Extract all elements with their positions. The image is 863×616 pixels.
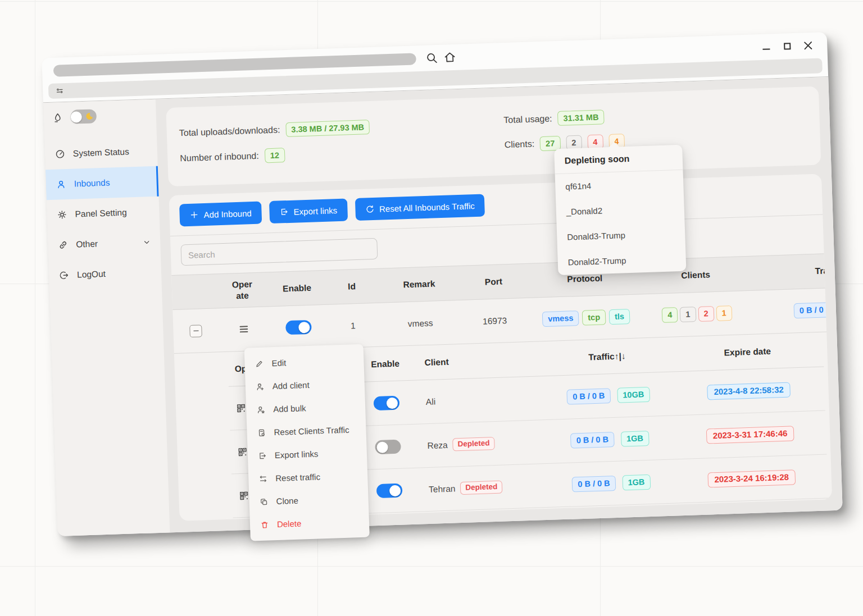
sidebar: System Status Inbounds Panel Setting <box>43 99 170 536</box>
search-input[interactable] <box>180 238 378 266</box>
sidebar-item-label: System Status <box>73 147 129 158</box>
maximize-icon[interactable] <box>782 41 792 51</box>
search-icon[interactable] <box>425 51 439 65</box>
col-expire-date: Expire date <box>671 344 823 359</box>
total-usage-label: Total usage: <box>503 113 552 125</box>
protocol-tag: tls <box>609 309 630 324</box>
sidebar-item-label: Other <box>76 239 98 249</box>
minimize-icon[interactable] <box>761 42 771 52</box>
depleting-client[interactable]: _Donald2 <box>556 195 684 225</box>
inbound-enable-toggle[interactable] <box>285 320 312 335</box>
theme-row <box>43 107 156 125</box>
moon-icon <box>84 111 94 123</box>
client-expire-tag: 2023-4-8 22:58:32 <box>707 382 791 400</box>
qr-code-icon[interactable] <box>239 490 249 501</box>
col-enable: Enable <box>267 282 327 294</box>
sidebar-item-label: Inbounds <box>74 178 110 189</box>
depleted-badge: Depleted <box>460 481 503 495</box>
close-icon[interactable] <box>803 40 813 51</box>
export-icon <box>258 451 267 460</box>
client-enable-toggle[interactable] <box>376 483 403 499</box>
swap-icon <box>258 474 268 483</box>
depleting-client[interactable]: Donald3-Trump <box>557 221 685 250</box>
menu-item-export-links[interactable]: Export links <box>247 441 367 468</box>
qr-code-icon[interactable] <box>237 446 248 457</box>
depleted-badge: Depleted <box>452 437 495 451</box>
inbound-port: 16973 <box>462 315 528 327</box>
clients-count-tag[interactable]: 4 <box>662 308 678 323</box>
sidebar-item-label: Panel Setting <box>75 208 127 220</box>
file-reset-icon <box>257 428 266 437</box>
reset-all-inbounds-button[interactable]: Reset All Inbounds Traffic <box>355 194 485 221</box>
client-total-tag: 1GB <box>621 431 649 446</box>
sidebar-item-other[interactable]: Other <box>47 227 161 261</box>
copy-icon <box>259 497 269 507</box>
protocol-tag: vmess <box>542 311 579 326</box>
export-icon <box>279 207 289 217</box>
depleting-client[interactable]: qf61n4 <box>555 170 684 200</box>
user-star-icon <box>256 405 266 414</box>
client-name: Ali <box>426 396 436 407</box>
menu-item-reset-clients-traffic[interactable]: Reset Clients Traffic <box>247 418 366 445</box>
logout-icon <box>59 270 70 281</box>
col-client: Client <box>419 354 542 368</box>
sidebar-item-panel-setting[interactable]: Panel Setting <box>47 197 160 231</box>
user-plus-icon <box>256 382 265 391</box>
client-enable-toggle[interactable] <box>375 440 401 455</box>
menu-item-clone[interactable]: Clone <box>249 487 369 514</box>
qr-code-icon[interactable] <box>236 403 247 413</box>
col-port: Port <box>461 276 526 288</box>
user-icon <box>56 179 66 190</box>
number-of-inbound-label: Number of inbound: <box>180 151 259 164</box>
dark-mode-toggle[interactable] <box>70 109 97 124</box>
client-total-tag: 10GB <box>617 387 650 403</box>
pencil-icon <box>255 359 264 368</box>
client-traffic-tag: 0 B / 0 B <box>570 432 614 448</box>
trash-icon <box>260 520 270 530</box>
operate-menu-icon[interactable] <box>238 323 250 335</box>
sidebar-item-system-status[interactable]: System Status <box>44 136 158 170</box>
link-icon <box>58 240 69 250</box>
window-controls <box>761 40 813 52</box>
app-content: System Status Inbounds Panel Setting <box>43 77 843 536</box>
client-expire-tag: 2023-3-31 17:46:46 <box>706 426 794 444</box>
client-expire-tag: 2023-3-24 16:19:28 <box>707 469 796 487</box>
client-traffic-tag: 0 B / 0 B <box>572 476 616 492</box>
total-uploads-downloads-label: Total uploads/downloads: <box>179 125 280 138</box>
stats-card: Total uploads/downloads: 3.38 MB / 27.93… <box>166 86 821 186</box>
add-inbound-button[interactable]: Add Inbound <box>179 202 262 227</box>
total-usage-value: 31.31 MB <box>557 109 605 126</box>
depleting-soon-popover: Depleting soon qf61n4 _Donald2 Donald3-T… <box>554 145 686 275</box>
app-window: System Status Inbounds Panel Setting <box>42 32 842 536</box>
sliders-icon[interactable] <box>55 86 65 96</box>
col-remark: Remark <box>377 278 462 291</box>
toggle-knob <box>70 111 82 123</box>
protocol-tag: tcp <box>582 310 606 325</box>
inbound-traffic-tag: 0 B / 0 B <box>793 302 832 318</box>
menu-item-edit[interactable]: Edit <box>244 349 364 376</box>
client-enable-toggle[interactable] <box>374 396 400 411</box>
theme-droplet-icon <box>52 112 63 123</box>
inbound-id: 1 <box>328 320 379 331</box>
plus-icon <box>189 210 199 220</box>
menu-item-add-client[interactable]: Add client <box>245 372 365 399</box>
col-id: Id <box>326 281 378 293</box>
menu-item-delete[interactable]: Delete <box>249 510 369 537</box>
export-links-button[interactable]: Export links <box>269 199 348 224</box>
total-uploads-downloads-value: 3.38 MB / 27.93 MB <box>285 120 370 137</box>
menu-item-add-bulk[interactable]: Add bulk <box>246 395 366 422</box>
clients-count-tag[interactable]: 2 <box>698 306 714 321</box>
home-icon[interactable] <box>443 51 457 65</box>
depleting-client[interactable]: Donald2-Trump <box>557 246 686 276</box>
sidebar-item-logout[interactable]: LogOut <box>48 257 162 291</box>
popover-title: Depleting soon <box>554 145 683 175</box>
sidebar-item-inbounds[interactable]: Inbounds <box>46 166 159 200</box>
clients-count-tag[interactable]: 1 <box>680 307 696 322</box>
client-name: Reza <box>427 440 448 450</box>
inbound-context-menu: Edit Add client Add bulk Reset Clients T… <box>244 344 370 541</box>
collapse-row-button[interactable] <box>189 325 202 337</box>
inbound-remark: vmess <box>378 317 463 330</box>
client-total-tag: 1GB <box>622 474 651 490</box>
clients-count-tag[interactable]: 1 <box>716 305 732 321</box>
menu-item-reset-traffic[interactable]: Reset traffic <box>248 464 368 491</box>
